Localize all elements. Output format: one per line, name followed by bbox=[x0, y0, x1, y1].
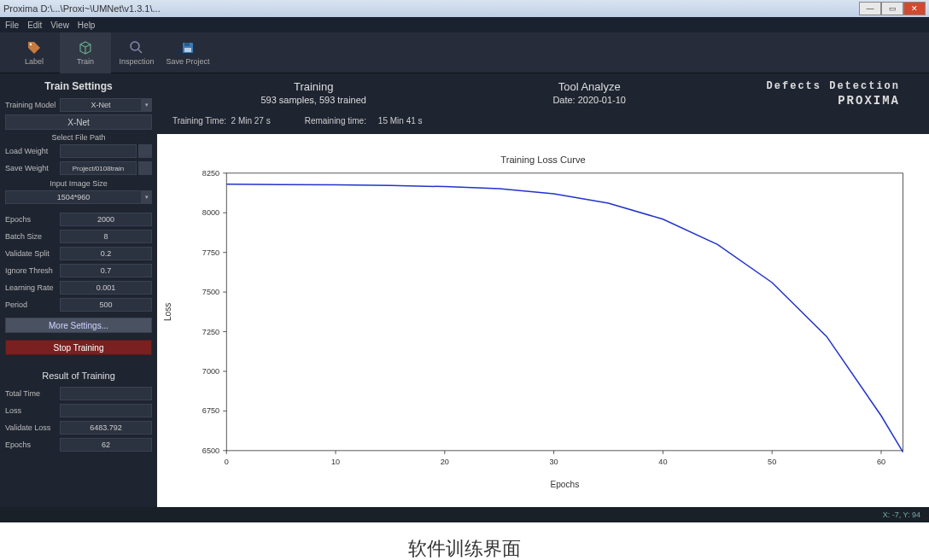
svg-text:6750: 6750 bbox=[202, 406, 219, 415]
svg-text:40: 40 bbox=[658, 458, 667, 466]
samples-text: 593 samples, 593 trained bbox=[169, 95, 458, 105]
save-icon bbox=[180, 40, 196, 55]
menu-file[interactable]: File bbox=[5, 20, 19, 30]
menu-edit[interactable]: Edit bbox=[27, 20, 42, 30]
ignore-thresh-field[interactable]: 0.7 bbox=[60, 264, 152, 277]
more-settings-button[interactable]: More Settings... bbox=[5, 318, 152, 333]
tag-icon bbox=[26, 40, 42, 55]
svg-point-1 bbox=[131, 42, 139, 50]
result-epochs-label: Epochs bbox=[5, 440, 60, 449]
sidebar: Train Settings Training Model X-Net ▾ X-… bbox=[0, 73, 157, 507]
svg-text:60: 60 bbox=[877, 458, 885, 466]
svg-rect-5 bbox=[184, 48, 191, 52]
content-area: Training 593 samples, 593 trained Tool A… bbox=[157, 73, 929, 507]
toolbar-label[interactable]: Label bbox=[9, 32, 60, 73]
total-time-label: Total Time bbox=[5, 389, 60, 398]
svg-text:30: 30 bbox=[550, 458, 558, 466]
svg-rect-4 bbox=[184, 43, 190, 46]
ignore-thresh-label: Ignore Thresh bbox=[5, 266, 60, 275]
svg-text:0: 0 bbox=[225, 458, 229, 466]
svg-point-0 bbox=[30, 43, 32, 44]
input-image-size-label: Input Image Size bbox=[5, 179, 152, 188]
result-epochs-value: 62 bbox=[60, 438, 152, 452]
training-loss-chart: Training Loss Curve650067507000725075007… bbox=[157, 134, 929, 507]
svg-text:7000: 7000 bbox=[202, 367, 219, 376]
svg-text:7500: 7500 bbox=[202, 288, 219, 296]
validate-split-label: Validate Split bbox=[5, 249, 60, 258]
training-time-value: 2 Min 27 s bbox=[231, 116, 271, 125]
remaining-time-value: 15 Min 41 s bbox=[378, 116, 423, 125]
cube-icon bbox=[78, 40, 93, 55]
svg-text:Loss: Loss bbox=[163, 303, 172, 321]
svg-text:10: 10 bbox=[331, 458, 340, 466]
toolbar-save-project[interactable]: Save Project bbox=[162, 32, 213, 73]
tool-analyze-heading: Tool Analyze bbox=[458, 80, 721, 93]
menu-help[interactable]: Help bbox=[78, 20, 96, 30]
svg-text:20: 20 bbox=[441, 458, 449, 466]
batch-size-field[interactable]: 8 bbox=[60, 230, 152, 243]
xnet-button[interactable]: X-Net bbox=[5, 114, 152, 130]
brand-line2: PROXIMA bbox=[721, 94, 900, 108]
batch-size-label: Batch Size bbox=[5, 232, 60, 241]
training-heading: Training bbox=[169, 80, 458, 93]
validate-loss-value: 6483.792 bbox=[60, 421, 152, 435]
total-time-value bbox=[60, 387, 152, 400]
load-weight-label: Load Weight bbox=[5, 147, 60, 155]
search-icon bbox=[129, 40, 144, 55]
maximize-button[interactable]: ▭ bbox=[881, 2, 903, 15]
chevron-down-icon[interactable]: ▾ bbox=[142, 98, 152, 112]
titlebar: Proxima D:\...\Proxi~\UMNet\v1.3.1\... —… bbox=[0, 0, 929, 17]
caption: 软件训练界面 bbox=[0, 522, 929, 560]
window-title: Proxima D:\...\Proxi~\UMNet\v1.3.1\... bbox=[3, 3, 859, 14]
svg-text:Training Loss Curve: Training Loss Curve bbox=[500, 155, 585, 165]
chevron-down-icon[interactable]: ▾ bbox=[142, 190, 152, 204]
period-label: Period bbox=[5, 300, 60, 309]
date-text: Date: 2020-01-10 bbox=[458, 95, 721, 105]
validate-split-field[interactable]: 0.2 bbox=[60, 247, 152, 260]
cursor-position: X: -7, Y: 94 bbox=[883, 510, 920, 519]
close-button[interactable]: ✕ bbox=[903, 2, 926, 15]
result-of-training-title: Result of Training bbox=[5, 370, 152, 381]
remaining-time-label: Remaining time: bbox=[305, 116, 366, 125]
svg-text:50: 50 bbox=[768, 458, 776, 466]
toolbar-train[interactable]: Train bbox=[60, 32, 111, 73]
loss-label: Loss bbox=[5, 406, 60, 415]
svg-text:7750: 7750 bbox=[202, 248, 219, 257]
epochs-label: Epochs bbox=[5, 215, 60, 224]
chart-svg: Training Loss Curve650067507000725075007… bbox=[157, 134, 929, 507]
svg-text:6500: 6500 bbox=[202, 446, 219, 455]
app-window: Proxima D:\...\Proxi~\UMNet\v1.3.1\... —… bbox=[0, 0, 929, 522]
statusbar: X: -7, Y: 94 bbox=[0, 507, 929, 522]
training-time-label: Training Time: bbox=[172, 116, 226, 125]
training-model-label: Training Model bbox=[5, 101, 60, 109]
svg-text:8250: 8250 bbox=[202, 169, 219, 178]
save-weight-label: Save Weight bbox=[5, 164, 60, 172]
browse-button[interactable] bbox=[138, 144, 152, 158]
validate-loss-label: Validate Loss bbox=[5, 423, 60, 432]
toolbar-inspection[interactable]: Inspection bbox=[111, 32, 162, 73]
toolbar: Label Train Inspection Save Project bbox=[0, 32, 929, 73]
menubar: File Edit View Help bbox=[0, 17, 929, 32]
menu-view[interactable]: View bbox=[50, 20, 69, 30]
load-weight-field[interactable] bbox=[60, 144, 137, 158]
input-image-size-dropdown[interactable]: 1504*960 bbox=[5, 190, 142, 204]
browse-button[interactable] bbox=[138, 161, 152, 175]
svg-line-2 bbox=[138, 50, 142, 53]
train-settings-title: Train Settings bbox=[5, 80, 152, 92]
stop-training-button[interactable]: Stop Training bbox=[5, 340, 152, 355]
loss-value bbox=[60, 404, 152, 417]
brand-line1: Defects Detection bbox=[721, 80, 900, 92]
svg-text:7250: 7250 bbox=[202, 328, 219, 336]
learning-rate-field[interactable]: 0.001 bbox=[60, 281, 152, 295]
learning-rate-label: Learning Rate bbox=[5, 283, 60, 292]
epochs-field[interactable]: 2000 bbox=[60, 213, 152, 226]
minimize-button[interactable]: — bbox=[859, 2, 881, 15]
select-file-path-label: Select File Path bbox=[5, 133, 152, 142]
period-field[interactable]: 500 bbox=[60, 298, 152, 312]
save-weight-field[interactable]: Project/0108train bbox=[60, 161, 137, 175]
svg-text:Epochs: Epochs bbox=[550, 480, 579, 489]
training-model-dropdown[interactable]: X-Net bbox=[60, 98, 142, 112]
svg-text:8000: 8000 bbox=[202, 208, 219, 217]
